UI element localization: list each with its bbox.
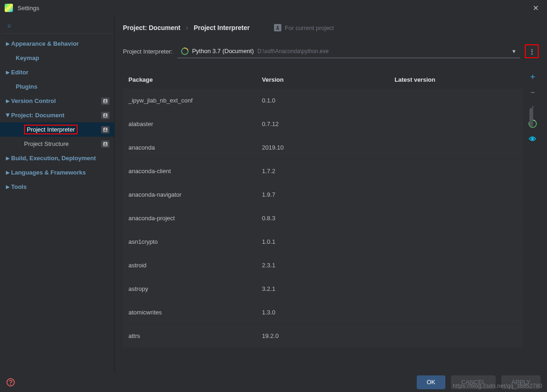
project-hint-icon <box>274 24 281 31</box>
svg-point-3 <box>105 114 106 115</box>
chevron-down-icon: ▼ <box>511 48 517 54</box>
cell-package: _ipyw_jlab_nb_ext_conf <box>128 97 262 104</box>
tree-label: Editor <box>11 69 29 76</box>
cell-package: astropy <box>128 285 262 292</box>
highlight-box: Project Interpreter <box>24 125 78 134</box>
settings-sidebar: ⌕ ▶Appearance & Behavior Keymap ▶Editor … <box>0 16 115 372</box>
cell-version: 2019.10 <box>262 144 395 151</box>
breadcrumb-root[interactable]: Project: Document <box>123 24 180 31</box>
table-row[interactable]: attrs19.2.0 <box>123 324 523 347</box>
cell-package: anaconda-client <box>128 168 262 175</box>
project-hint-label: For current project <box>285 24 334 31</box>
tree-project[interactable]: ▶Project: Document <box>0 108 114 122</box>
tree-label: Build, Execution, Deployment <box>11 155 96 162</box>
table-row[interactable]: anaconda-client1.7.2 <box>123 159 523 182</box>
svg-point-5 <box>105 128 106 130</box>
interpreter-path: D:\soft\Anaconda\python.exe <box>257 48 328 54</box>
svg-point-1 <box>105 100 106 101</box>
tree-version-control[interactable]: ▶Version Control <box>0 94 114 108</box>
header-package[interactable]: Package <box>128 76 262 83</box>
tree-build[interactable]: ▶Build, Execution, Deployment <box>0 151 114 165</box>
app-icon <box>5 4 13 12</box>
tree-label: Project Structure <box>24 140 69 147</box>
ok-button[interactable]: OK <box>417 375 446 389</box>
tree-label: Appearance & Behavior <box>11 40 79 47</box>
chevron-right-icon: › <box>186 24 188 31</box>
cell-package: anaconda-navigator <box>128 191 262 198</box>
sidebar-search[interactable]: ⌕ <box>2 18 112 34</box>
svg-point-7 <box>105 143 106 144</box>
python-icon <box>180 46 190 56</box>
table-row[interactable]: astroid2.3.1 <box>123 253 523 277</box>
cell-version: 0.1.0 <box>262 97 395 104</box>
interpreter-label: Project Interpreter: <box>123 48 173 55</box>
settings-tree: ▶Appearance & Behavior Keymap ▶Editor Pl… <box>0 34 114 194</box>
tree-plugins[interactable]: Plugins <box>0 79 114 94</box>
tree-label: Languages & Frameworks <box>11 169 86 176</box>
project-badge-icon <box>101 97 109 105</box>
cell-version: 3.2.1 <box>262 285 395 292</box>
table-row[interactable]: anaconda-navigator1.9.7 <box>123 183 523 206</box>
table-body: _ipyw_jlab_nb_ext_conf0.1.0alabaster0.7.… <box>123 89 523 348</box>
tree-project-interpreter[interactable]: Project Interpreter <box>0 122 114 137</box>
cell-version: 0.8.3 <box>262 215 395 222</box>
tree-languages[interactable]: ▶Languages & Frameworks <box>0 165 114 180</box>
cell-version: 19.2.0 <box>262 332 395 339</box>
cell-package: anaconda <box>128 144 262 151</box>
remove-package-button[interactable]: － <box>528 88 537 97</box>
cell-version: 1.7.2 <box>262 168 395 175</box>
cell-package: attrs <box>128 332 262 339</box>
cell-package: alabaster <box>128 121 262 127</box>
cell-version: 1.0.1 <box>262 238 395 245</box>
cell-package: atomicwrites <box>128 309 262 316</box>
interpreter-settings-button[interactable]: ⋮ <box>525 44 539 58</box>
project-hint: For current project <box>274 24 334 31</box>
interpreter-select[interactable]: Python 3.7 (Document) D:\soft\Anaconda\p… <box>177 44 520 58</box>
close-icon[interactable]: ✕ <box>529 2 542 14</box>
project-badge-icon <box>101 126 109 133</box>
cell-package: anaconda-project <box>128 215 262 222</box>
tree-keymap[interactable]: Keymap <box>0 51 114 65</box>
table-row[interactable]: atomicwrites1.3.0 <box>123 301 523 324</box>
table-row[interactable]: anaconda-project0.8.3 <box>123 206 523 229</box>
interpreter-row: Project Interpreter: Python 3.7 (Documen… <box>123 44 539 58</box>
window-title: Settings <box>18 5 39 12</box>
table-row[interactable]: alabaster0.7.12 <box>123 112 523 135</box>
cell-version: 0.7.12 <box>262 121 395 127</box>
tree-appearance[interactable]: ▶Appearance & Behavior <box>0 36 114 51</box>
project-badge-icon <box>101 140 109 148</box>
tree-editor[interactable]: ▶Editor <box>0 65 114 79</box>
header-latest[interactable]: Latest version <box>395 76 517 83</box>
cell-package: asn1crypto <box>128 238 262 245</box>
breadcrumb: Project: Document › Project Interpreter … <box>123 24 539 31</box>
table-row[interactable]: astropy3.2.1 <box>123 277 523 300</box>
tree-label: Keymap <box>16 54 39 61</box>
tree-project-structure[interactable]: Project Structure <box>0 137 114 151</box>
table-row[interactable]: anaconda2019.10 <box>123 136 523 159</box>
cell-version: 1.9.7 <box>262 191 395 198</box>
breadcrumb-leaf: Project Interpreter <box>194 24 249 31</box>
cell-version: 2.3.1 <box>262 262 395 269</box>
table-row[interactable]: _ipyw_jlab_nb_ext_conf0.1.0 <box>123 89 523 112</box>
interpreter-name: Python 3.7 (Document) <box>192 48 254 54</box>
table-header: Package Version Latest version <box>123 70 523 89</box>
header-version[interactable]: Version <box>262 76 395 83</box>
tree-tools[interactable]: ▶Tools <box>0 180 114 194</box>
packages-table: Package Version Latest version _ipyw_jla… <box>123 70 523 348</box>
scrollbar-thumb[interactable] <box>529 108 533 127</box>
content-pane: Project: Document › Project Interpreter … <box>115 16 547 372</box>
tree-label: Plugins <box>16 83 37 90</box>
project-badge-icon <box>101 112 109 119</box>
tree-label: Project Interpreter <box>27 126 75 133</box>
table-row[interactable]: asn1crypto1.0.1 <box>123 230 523 253</box>
tree-label: Project: Document <box>11 112 65 119</box>
search-icon: ⌕ <box>7 21 11 29</box>
cell-version: 1.3.0 <box>262 309 395 316</box>
svg-point-8 <box>277 26 279 28</box>
show-early-releases-button[interactable]: 👁 <box>528 135 537 144</box>
tree-label: Tools <box>11 183 27 190</box>
add-package-button[interactable]: ＋ <box>528 72 537 81</box>
help-button[interactable]: ? <box>6 378 15 386</box>
titlebar: Settings ✕ <box>0 0 547 16</box>
tree-label: Version Control <box>11 97 56 104</box>
